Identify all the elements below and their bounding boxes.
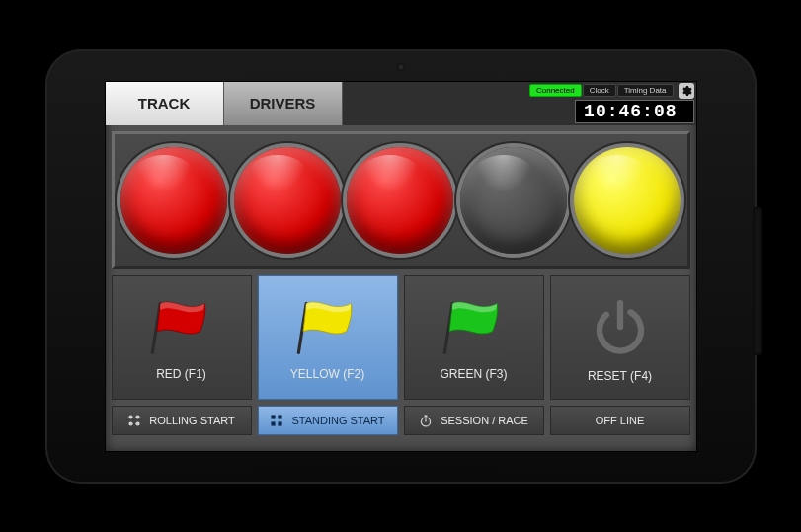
svg-rect-7: [279, 415, 282, 418]
standing-start-label: STANDING START: [291, 415, 384, 426]
stopwatch-icon: [419, 414, 433, 427]
svg-point-4: [129, 421, 133, 425]
flag-yellow-button[interactable]: YELLOW (F2): [258, 275, 398, 400]
red-flag-icon: [143, 294, 220, 359]
status-connected: Connected: [529, 84, 582, 97]
offline-label: OFF LINE: [596, 415, 645, 426]
svg-rect-9: [279, 421, 282, 425]
rolling-start-icon: [127, 414, 141, 427]
rolling-start-label: ROLLING START: [149, 415, 234, 426]
tab-drivers[interactable]: DRIVERS: [224, 82, 343, 125]
clock-display: 10:46:08: [575, 100, 693, 123]
status-clock-label: Clock: [583, 84, 616, 97]
flag-green-button[interactable]: GREEN (F3): [404, 275, 544, 400]
power-icon: [586, 292, 655, 361]
start-light-1[interactable]: [120, 147, 227, 254]
start-light-4[interactable]: [460, 147, 567, 254]
reset-button[interactable]: RESET (F4): [550, 275, 690, 400]
session-race-button[interactable]: SESSION / RACE: [404, 406, 544, 435]
svg-point-10: [422, 417, 431, 425]
session-race-label: SESSION / RACE: [441, 415, 528, 426]
yellow-flag-icon: [289, 294, 366, 359]
top-bar: TRACK DRIVERS Connected Clock Timing Dat…: [106, 82, 696, 125]
svg-point-3: [136, 415, 140, 418]
start-lights-panel: [112, 131, 690, 269]
flag-red-label: RED (F1): [156, 367, 206, 381]
offline-button[interactable]: OFF LINE: [550, 406, 690, 435]
standing-start-button[interactable]: STANDING START: [258, 406, 398, 435]
start-light-2[interactable]: [234, 147, 341, 254]
flag-red-button[interactable]: RED (F1): [112, 275, 252, 400]
start-light-3[interactable]: [347, 147, 453, 254]
svg-rect-8: [272, 421, 276, 425]
hardware-side-buttons: [753, 207, 762, 355]
status-area: Connected Clock Timing Data 10:46:08: [485, 82, 696, 125]
bottom-row: ROLLING START STANDING START SESSION / R…: [106, 400, 696, 441]
front-camera: [397, 63, 405, 71]
svg-rect-12: [425, 415, 428, 417]
screen: TRACK DRIVERS Connected Clock Timing Dat…: [105, 81, 697, 452]
tab-track[interactable]: TRACK: [106, 82, 224, 125]
flag-green-label: GREEN (F3): [440, 367, 507, 381]
flag-buttons-row: RED (F1) YELLOW (F2) GREEN (F3): [106, 275, 696, 400]
reset-label: RESET (F4): [588, 369, 652, 383]
standing-start-icon: [270, 414, 283, 427]
status-timing-label: Timing Data: [617, 84, 674, 97]
svg-point-2: [129, 415, 133, 418]
tablet-frame: TRACK DRIVERS Connected Clock Timing Dat…: [45, 49, 757, 484]
svg-point-5: [136, 421, 140, 425]
rolling-start-button[interactable]: ROLLING START: [112, 406, 252, 435]
green-flag-icon: [436, 294, 513, 359]
gear-icon[interactable]: [679, 83, 694, 99]
svg-rect-6: [272, 415, 276, 418]
start-light-5[interactable]: [574, 147, 681, 254]
flag-yellow-label: YELLOW (F2): [290, 367, 364, 381]
